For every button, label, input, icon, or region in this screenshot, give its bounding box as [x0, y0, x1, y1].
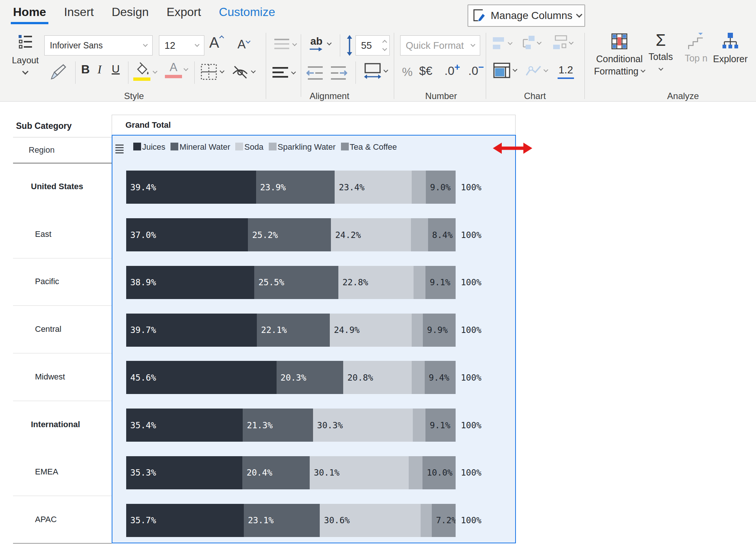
legend-item[interactable]: Juices [133, 142, 165, 152]
stepper-down-icon[interactable] [382, 46, 387, 51]
bar-segment-tea---coffee[interactable]: 9.1% [425, 266, 456, 299]
explorer-button[interactable]: Explorer [712, 32, 749, 64]
column-width-button[interactable] [364, 63, 387, 80]
conditional-formatting-button[interactable]: Conditional Formatting [593, 33, 645, 77]
bar-segment-soda[interactable]: 22.8% [338, 266, 414, 299]
bar-segment-mineral-water[interactable]: 20.4% [242, 456, 310, 489]
totals-button[interactable]: Σ Totals [648, 31, 674, 70]
bar-segment-tea---coffee[interactable]: 9.9% [423, 314, 456, 347]
bar-segment-sparkling-water[interactable] [409, 456, 422, 489]
tab-export[interactable]: Export [167, 5, 201, 24]
row-label-united-states[interactable]: United States [13, 163, 112, 210]
bar-segment-tea---coffee[interactable]: 9.1% [425, 409, 456, 442]
decrease-decimal-button[interactable]: .0 − [468, 64, 484, 78]
increase-decimal-button[interactable]: .0 + [444, 64, 460, 78]
chart-layout-button[interactable] [552, 34, 573, 52]
tab-home[interactable]: Home [13, 5, 46, 24]
bar-segment-juices[interactable]: 35.3% [126, 456, 242, 489]
line-marker-button[interactable] [526, 64, 548, 77]
tab-design[interactable]: Design [112, 5, 149, 24]
bar-segment-mineral-water[interactable]: 25.5% [254, 266, 338, 299]
wrap-text-button[interactable]: ab [309, 36, 331, 52]
increase-font-button[interactable]: A [209, 34, 223, 51]
bold-button[interactable]: B [81, 63, 90, 76]
underline-button[interactable]: U [112, 63, 120, 75]
bar-segment-sparkling-water[interactable] [414, 266, 426, 299]
column-resize-arrow[interactable] [492, 142, 533, 155]
stacked-bar[interactable]: 35.7%23.1%30.6%7.2% [126, 504, 456, 537]
bar-segment-mineral-water[interactable]: 25.2% [248, 218, 331, 251]
bar-segment-juices[interactable]: 45.6% [126, 361, 277, 394]
horizontal-align-button[interactable] [272, 66, 295, 80]
legend-item[interactable]: Soda [235, 142, 263, 152]
hide-values-button[interactable] [231, 63, 255, 81]
bar-segment-soda[interactable]: 24.9% [330, 314, 412, 347]
font-family-select[interactable]: Inforiver Sans [44, 35, 153, 55]
currency-format-button[interactable]: $€ [419, 64, 433, 78]
bar-segment-sparkling-water[interactable] [413, 409, 426, 442]
stacked-bar[interactable]: 39.7%22.1%24.9%9.9% [126, 314, 456, 347]
stacked-bar[interactable]: 45.6%20.3%20.8%9.4% [126, 361, 456, 394]
percent-format-button[interactable]: % [402, 65, 412, 79]
bar-segment-mineral-water[interactable]: 22.1% [257, 314, 330, 347]
italic-button[interactable]: I [98, 63, 102, 76]
measure-column-selection[interactable]: JuicesMineral WaterSodaSparkling WaterTe… [112, 135, 516, 543]
stacked-bar[interactable]: 35.4%21.3%30.3%9.1% [126, 409, 456, 442]
bar-segment-soda[interactable]: 24.2% [331, 218, 411, 251]
bar-segment-mineral-water[interactable]: 23.9% [256, 171, 335, 204]
bar-segment-juices[interactable]: 38.9% [126, 266, 254, 299]
bar-segment-mineral-water[interactable]: 21.3% [243, 409, 313, 442]
increase-indent-button[interactable] [329, 66, 347, 81]
row-label-east[interactable]: East [13, 210, 112, 258]
stacked-bar[interactable]: 35.3%20.4%30.1%10.0% [126, 456, 456, 489]
bar-segment-mineral-water[interactable]: 20.3% [277, 361, 344, 394]
chart-type-bar-button[interactable] [492, 36, 512, 51]
font-color-button[interactable]: A [165, 61, 188, 78]
bar-segment-soda[interactable]: 30.3% [313, 409, 413, 442]
bar-segment-soda[interactable]: 30.6% [320, 504, 421, 537]
format-painter-button[interactable] [48, 62, 68, 81]
bar-segment-sparkling-water[interactable] [412, 361, 425, 394]
stacked-bar[interactable]: 37.0%25.2%24.2%8.4% [126, 218, 456, 251]
sub-category-header[interactable]: Sub Category [13, 115, 112, 137]
vertical-align-button[interactable] [274, 37, 296, 52]
chart-type-combo-button[interactable] [520, 34, 541, 52]
row-label-midwest[interactable]: Midwest [13, 353, 112, 401]
decrease-indent-button[interactable] [306, 66, 324, 81]
bar-segment-juices[interactable]: 37.0% [126, 218, 248, 251]
row-label-central[interactable]: Central [13, 305, 112, 353]
layout-button[interactable]: Layout [8, 33, 42, 85]
bar-segment-sparkling-water[interactable] [412, 314, 423, 347]
decrease-font-button[interactable]: A [237, 37, 250, 51]
bar-segment-soda[interactable]: 30.1% [310, 456, 409, 489]
chart-fill-button[interactable] [493, 63, 517, 78]
row-label-apac[interactable]: APAC [13, 496, 112, 543]
bar-segment-tea---coffee[interactable]: 9.0% [426, 171, 456, 204]
bar-segment-mineral-water[interactable]: 23.1% [244, 504, 320, 537]
grand-total-header[interactable]: Grand Total [112, 115, 516, 135]
stacked-bar[interactable]: 39.4%23.9%23.4%9.0% [126, 171, 456, 204]
manage-columns-button[interactable]: Manage Columns [468, 4, 585, 27]
decimal-places-button[interactable]: 1.2 [558, 64, 574, 79]
legend-item[interactable]: Mineral Water [170, 142, 230, 152]
bar-segment-tea---coffee[interactable]: 10.0% [422, 456, 456, 489]
bar-segment-tea---coffee[interactable]: 9.4% [425, 361, 456, 394]
bar-segment-sparkling-water[interactable] [412, 171, 426, 204]
stacked-bar[interactable]: 38.9%25.5%22.8%9.1% [126, 266, 456, 299]
bar-segment-sparkling-water[interactable] [411, 218, 428, 251]
quick-format-select[interactable]: Quick Format [400, 35, 480, 55]
stepper-up-icon[interactable] [382, 40, 387, 45]
fill-color-button[interactable] [133, 61, 157, 83]
region-header[interactable]: Region [13, 137, 112, 163]
font-size-select[interactable]: 12 [159, 35, 204, 55]
bar-segment-soda[interactable]: 23.4% [335, 171, 412, 204]
bar-segment-juices[interactable]: 39.7% [126, 314, 257, 347]
drag-handle-icon[interactable] [115, 144, 124, 153]
tab-insert[interactable]: Insert [64, 5, 94, 24]
bar-segment-sparkling-water[interactable] [421, 504, 432, 537]
bar-segment-tea---coffee[interactable]: 8.4% [428, 218, 456, 251]
row-height-stepper[interactable]: 55 [355, 35, 390, 55]
bar-segment-soda[interactable]: 20.8% [343, 361, 412, 394]
tab-customize[interactable]: Customize [219, 5, 275, 24]
legend-item[interactable]: Tea & Coffee [341, 142, 397, 152]
